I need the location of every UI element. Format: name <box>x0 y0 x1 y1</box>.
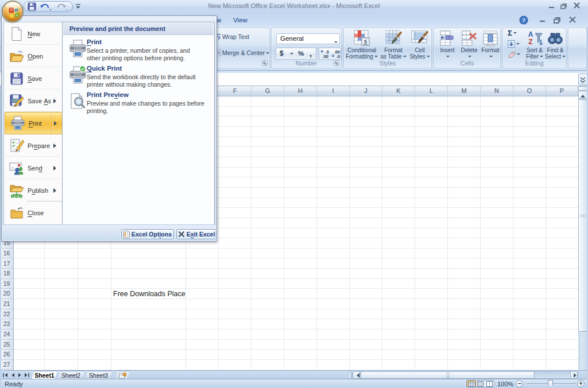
decrease-decimal-button[interactable]: .00.0 <box>331 49 341 60</box>
row-header-19[interactable]: 19 <box>0 279 13 289</box>
menu-item-prepare[interactable]: Prepare <box>4 134 61 157</box>
currency-caret-icon[interactable] <box>290 53 293 56</box>
menu-item-save-as[interactable]: Save As <box>4 90 61 112</box>
page-break-view-button[interactable] <box>485 381 494 387</box>
sheet-tab-sheet2[interactable]: Sheet2 <box>57 371 84 379</box>
formula-bar-expand-button[interactable] <box>578 73 587 85</box>
qat-undo-button[interactable] <box>39 2 52 13</box>
menu-item-new[interactable]: New <box>4 22 61 45</box>
zoom-level-label[interactable]: 100% <box>497 381 513 387</box>
format-as-table-button[interactable]: Format as Table <box>379 29 408 61</box>
column-header-j[interactable]: J <box>350 86 382 96</box>
workbook-minimize-icon[interactable] <box>536 15 548 24</box>
close-icon[interactable] <box>572 2 582 10</box>
page-layout-view-button[interactable] <box>476 381 485 387</box>
exit-excel-button[interactable]: Exit Excel <box>176 229 216 239</box>
scroll-left-button[interactable] <box>353 371 360 379</box>
autosum-label: Σ <box>508 29 512 37</box>
qat-redo-button[interactable] <box>56 2 68 13</box>
menu-item-save[interactable]: Save <box>4 67 61 90</box>
vertical-scroll-thumb[interactable] <box>578 99 587 332</box>
help-icon[interactable]: ? <box>519 15 529 24</box>
column-header-f[interactable]: F <box>219 86 252 96</box>
insert-cells-caret-icon <box>446 56 450 59</box>
cell-styles-button[interactable]: Cell Styles <box>408 29 431 61</box>
vertical-split-handle[interactable] <box>578 86 587 91</box>
number-format-combo[interactable]: General <box>276 33 340 44</box>
vertical-scrollbar[interactable] <box>578 86 587 379</box>
currency-button[interactable]: $ <box>280 49 284 57</box>
autosum-button[interactable]: Σ <box>508 28 517 38</box>
row-header-18[interactable]: 18 <box>0 269 13 279</box>
row-header-25[interactable]: 25 <box>0 340 13 350</box>
column-header-l[interactable]: L <box>415 86 448 96</box>
row-header-23[interactable]: 23 <box>0 319 13 329</box>
minimize-icon[interactable] <box>547 2 556 10</box>
zoom-in-button[interactable]: + <box>577 380 585 387</box>
tab-split-handle[interactable] <box>348 371 351 379</box>
scroll-right-button[interactable] <box>570 371 578 379</box>
restore-icon[interactable] <box>559 2 568 10</box>
column-header-m[interactable]: M <box>448 86 481 96</box>
insert-worksheet-icon <box>119 373 126 379</box>
percent-button[interactable]: % <box>298 50 304 57</box>
menu-item-send[interactable]: Send <box>4 157 61 179</box>
merge-center-button[interactable]: Merge & Center <box>222 49 269 56</box>
scroll-up-button[interactable] <box>578 91 587 99</box>
sheet-tab-sheet3[interactable]: Sheet3 <box>85 371 112 379</box>
sort-filter-caret-icon <box>540 56 543 59</box>
column-header-n[interactable]: N <box>481 86 513 96</box>
row-header-20[interactable]: 20 <box>0 289 13 299</box>
comma-button[interactable]: , <box>310 48 312 58</box>
column-header-g[interactable]: G <box>252 86 284 96</box>
zoom-out-button[interactable]: − <box>516 380 523 387</box>
menu-item-open[interactable]: Open <box>4 45 61 67</box>
row-header-27[interactable]: 27 <box>0 360 13 370</box>
last-sheet-button[interactable] <box>24 372 30 378</box>
workbook-close-icon[interactable] <box>566 15 579 24</box>
conditional-formatting-button[interactable]: ≤ Conditional Formatting <box>345 29 378 61</box>
format-cells-button[interactable]: Format <box>481 29 500 61</box>
clear-button[interactable] <box>508 49 520 59</box>
number-dialog-launcher[interactable] <box>334 60 339 66</box>
qat-save-button[interactable] <box>28 2 36 12</box>
row-header-22[interactable]: 22 <box>0 309 13 320</box>
sheet-tab-sheet1[interactable]: Sheet1 <box>32 371 57 379</box>
tab-view[interactable]: View <box>227 17 253 24</box>
qat-customize-button[interactable] <box>74 3 82 10</box>
alignment-dialog-launcher[interactable] <box>262 60 268 66</box>
find-select-button[interactable]: Find & Select <box>544 29 566 61</box>
horizontal-scroll-thumb[interactable] <box>361 371 535 379</box>
column-header-o[interactable]: O <box>513 86 546 96</box>
merge-center-caret-icon <box>266 52 269 56</box>
row-header-21[interactable]: 21 <box>0 299 13 309</box>
menu-item-print[interactable]: Print <box>5 112 63 134</box>
normal-view-button[interactable] <box>467 381 476 387</box>
sort-filter-button[interactable]: AZ Sort & Filter <box>524 29 546 61</box>
column-header-i[interactable]: I <box>317 86 350 96</box>
excel-options-button[interactable]: Excel Options <box>121 229 174 239</box>
previous-sheet-button[interactable] <box>10 372 16 378</box>
zoom-slider-thumb[interactable] <box>548 380 553 387</box>
insert-cells-button[interactable]: Insert <box>437 29 458 61</box>
workbook-restore-icon[interactable] <box>551 15 563 24</box>
menu-item-close[interactable]: Close <box>4 201 61 224</box>
format-as-table-caret-icon <box>403 56 407 59</box>
office-button[interactable] <box>2 1 24 22</box>
tab-review-partial[interactable]: w <box>216 17 221 24</box>
menu-item-publish[interactable]: Publish <box>4 179 61 201</box>
fill-button[interactable] <box>508 39 520 49</box>
column-header-h[interactable]: H <box>284 86 317 96</box>
next-sheet-button[interactable] <box>17 372 23 378</box>
wrap-text-button[interactable]: Wrap Text <box>222 33 249 40</box>
first-sheet-button[interactable] <box>2 372 9 378</box>
column-header-k[interactable]: K <box>382 86 415 96</box>
column-header-p[interactable]: P <box>546 86 578 96</box>
row-header-16[interactable]: 16 <box>0 249 13 259</box>
delete-cells-button[interactable]: Delete <box>459 29 479 61</box>
row-header-17[interactable]: 17 <box>0 259 13 269</box>
increase-decimal-button[interactable]: .0.00 <box>320 49 330 60</box>
insert-worksheet-tab[interactable] <box>115 371 130 379</box>
row-header-26[interactable]: 26 <box>0 350 13 360</box>
row-header-24[interactable]: 24 <box>0 329 13 340</box>
